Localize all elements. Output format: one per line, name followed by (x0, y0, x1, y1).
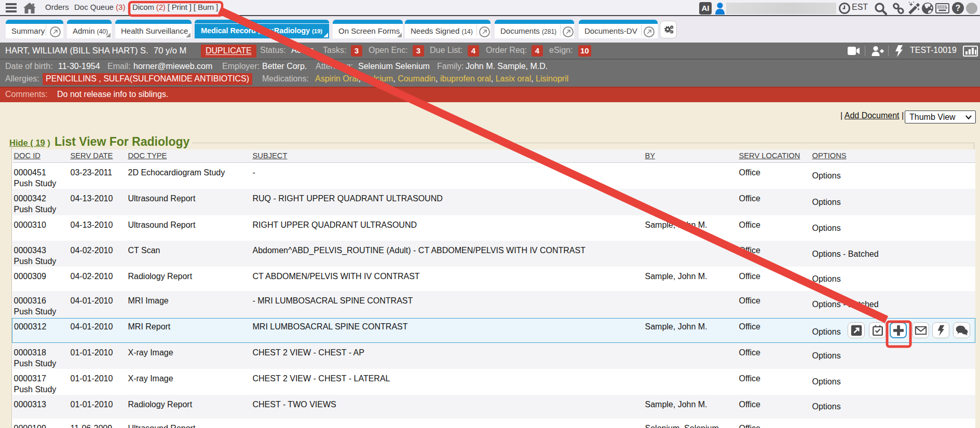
svg-text:?: ? (956, 4, 961, 12)
